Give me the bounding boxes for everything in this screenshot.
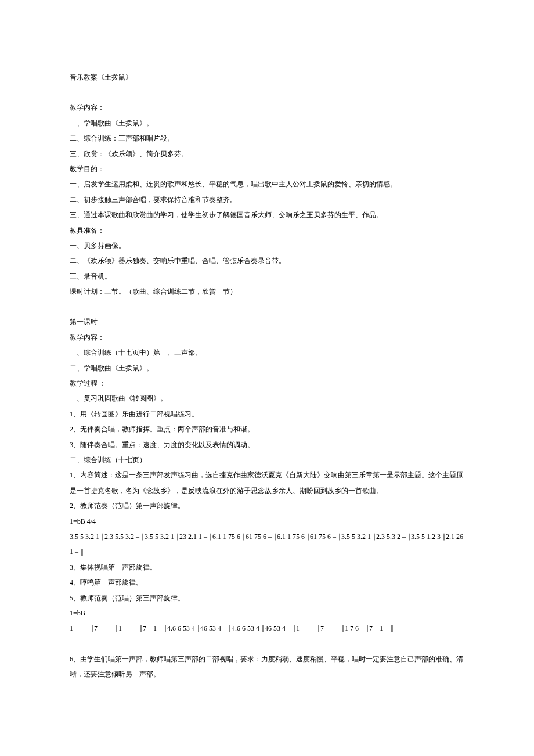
process-item: 二、综合训练（十七页） xyxy=(70,452,464,467)
content-item: 三、录音机。 xyxy=(70,269,464,284)
content-item: 二、《欢乐颂》器乐独奏、交响乐中重唱、合唱、管弦乐合奏录音带。 xyxy=(70,253,464,268)
content-item: 三、欣赏：《欢乐颂》、简介贝多芬。 xyxy=(70,146,464,161)
content-item: 三、通过本课歌曲和欣赏曲的学习，使学生初步了解德国音乐大师、交响乐之王贝多芬的生… xyxy=(70,207,464,222)
section-heading: 教具准备： xyxy=(70,223,464,238)
spacer xyxy=(70,636,464,651)
music-notation: 3.5 5 3.2 1 ∣2.3 5.5 3.2 – ∣3.5 5 3.2 1 … xyxy=(70,529,464,560)
content-item: 一、启发学生运用柔和、连贯的歌声和悠长、平稳的气息，唱出歌中主人公对土拨鼠的爱怜… xyxy=(70,177,464,192)
music-notation: 1=bB 4/4 xyxy=(70,514,464,529)
music-notation: 1=bB xyxy=(70,606,464,621)
schedule-line: 课时计划：三节。（歌曲、综合训练二节，欣赏一节） xyxy=(70,284,464,299)
process-item: 1、用《转圆圈》乐曲进行二部视唱练习。 xyxy=(70,406,464,422)
section-heading: 教学内容： xyxy=(70,330,464,345)
content-item: 一、综合训练（十七页中）第一、三声部。 xyxy=(70,345,464,360)
content-item: 二、初步接触三声部合唱，要求保持音准和节奏整齐。 xyxy=(70,192,464,207)
section-heading: 教学过程 ： xyxy=(70,376,464,391)
process-item: 4、哼鸣第一声部旋律。 xyxy=(70,575,464,590)
process-item: 一、复习巩固歌曲《转圆圈》。 xyxy=(70,391,464,406)
lesson-title: 第一课时 xyxy=(70,314,464,329)
content-item: 二、综合训练：三声部和唱片段。 xyxy=(70,131,464,146)
process-item: 3、随伴奏合唱。重点：速度、力度的变化以及表情的调动。 xyxy=(70,437,464,452)
document-title: 音乐教案《土拨鼠》 xyxy=(70,70,464,85)
process-item: 1、内容简述：这是一条三声部发声练习曲，选自捷克作曲家德沃夏克《自新大陆》交响曲… xyxy=(70,467,464,498)
spacer xyxy=(70,85,464,100)
process-item: 5、教师范奏（范唱）第三声部旋律。 xyxy=(70,591,464,606)
process-item: 6、由学生们唱第一声部，教师唱第三声部的二部视唱，要求：力度稍弱、速度稍慢、平稳… xyxy=(70,651,464,682)
content-item: 一、贝多芬画像。 xyxy=(70,238,464,253)
music-notation: 1 – – – ∣7 – – – ∣1 – – – ∣7 – 1 – ∣4.6 … xyxy=(70,621,464,636)
content-item: 一、学唱歌曲《土拨鼠》。 xyxy=(70,116,464,131)
spacer xyxy=(70,299,464,314)
process-item: 2、无伴奏合唱，教师指挥。重点：两个声部的音准与和谐。 xyxy=(70,422,464,437)
process-item: 3、集体视唱第一声部旋律。 xyxy=(70,560,464,575)
content-item: 二、学唱歌曲《土拨鼠》。 xyxy=(70,361,464,376)
process-item: 2、教师范奏（范唱）第一声部旋律。 xyxy=(70,498,464,513)
section-heading: 教学内容： xyxy=(70,100,464,115)
section-heading: 教学目的： xyxy=(70,161,464,177)
